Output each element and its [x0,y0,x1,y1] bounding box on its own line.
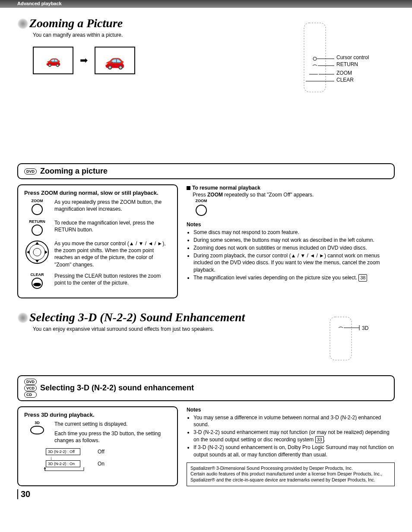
arrow-right-icon: ➡ [75,55,92,66]
page-ref-33: 33 [315,436,324,443]
loop-bracket-icon [41,467,127,476]
zoom-button-icon: ZOOM [24,199,50,215]
label-return: RETURN [336,61,393,67]
car-small-icon: 🚗 [46,54,61,67]
svg-point-10 [33,248,41,256]
svg-rect-0 [304,23,326,92]
ornament-icon [17,18,29,29]
svg-rect-15 [330,317,352,360]
legal-footer: Spatializer® 3-Dimensional Sound Process… [187,462,395,486]
vcd-badge: VCD [24,385,37,391]
return-button-icon: RETURN [24,219,50,236]
sound-right-column: Notes You may sense a difference in volu… [187,406,395,486]
3d-text: The current setting is displayed. Each t… [54,421,171,444]
label-3d: 3D [362,325,412,331]
sound-notes-head: Notes [187,406,395,413]
label-clear: CLEAR [336,77,393,83]
zoom-notes-list: Some discs may not respond to zoom featu… [187,229,395,282]
zoom-right-column: To resume normal playback Press ZOOM rep… [187,184,395,298]
zoom-notes-head: Notes [187,221,395,228]
label-cursor: Cursor control [336,54,393,60]
svg-marker-13 [27,250,29,254]
zoom-text: As you repeatedly press the ZOOM button,… [54,199,171,212]
zoom-instruction-panel: Press ZOOM during normal, slow or still … [17,184,178,298]
state-off-label: Off [98,449,105,455]
svg-point-9 [29,244,45,260]
state-on-box: 3D (N-2-2) : On [46,460,80,467]
car-large-icon: 🚗 [105,51,125,70]
return-text: To reduce the magnification level, press… [54,219,171,233]
zoom-illustration: 🚗 ➡ 🚗 [33,47,300,74]
state-on-label: On [98,461,105,467]
cd-badge: CD [24,392,37,398]
zoom-section-bar: DVD Zooming a picture [17,163,395,179]
zoom-title: Zooming a Picture [17,16,300,30]
sound-notes-list: You may sense a difference in volume bet… [187,414,395,458]
dvd-badge: DVD [24,168,37,174]
clear-text: Pressing the CLEAR button restores the z… [54,272,171,286]
3d-button-icon: 3D [24,421,50,434]
square-bullet-icon [187,186,190,190]
section-header: Advanced playback [0,0,412,8]
resume-head: To resume normal playback [192,185,260,191]
ornament-icon [17,312,29,323]
sound-inst-head: Press 3D during playback. [24,412,171,418]
zoom-inst-head: Press ZOOM during normal, slow or still … [24,190,171,196]
dvd-badge: DVD [24,379,37,385]
cursor-text: As you move the cursor control (▲ / ▼ / … [54,240,171,268]
clear-button-icon: CLEAR [24,272,50,289]
zoom-subtitle: You can magnify areas within a picture. [33,32,300,38]
sound-section-bar: DVD VCD CD Selecting 3-D (N-2-2) sound e… [17,375,395,401]
resume-zoom-icon: ZOOM [193,198,210,215]
remote-diagram-3d: 3D [326,315,395,368]
arrow-down-icon: ↓ [50,455,171,460]
svg-marker-12 [35,260,39,263]
page-ref-38: 38 [358,274,367,282]
remote-diagram-zoom: Cursor control RETURN ZOOM CLEAR [300,21,395,156]
svg-marker-11 [35,242,39,244]
svg-marker-14 [45,250,48,254]
sound-title: Selecting 3-D (N-2-2) Sound Enhancement [17,310,326,324]
cursor-pad-icon [24,240,50,265]
label-zoom: ZOOM [336,70,393,76]
page-number: 30 [17,489,30,499]
sound-subtitle: You can enjoy expansive virtual surround… [33,326,326,332]
state-off-box: 3D (N-2-2) : Off [46,448,80,455]
svg-point-1 [313,57,317,60]
sound-instruction-panel: Press 3D during playback. 3D The current… [17,406,178,486]
